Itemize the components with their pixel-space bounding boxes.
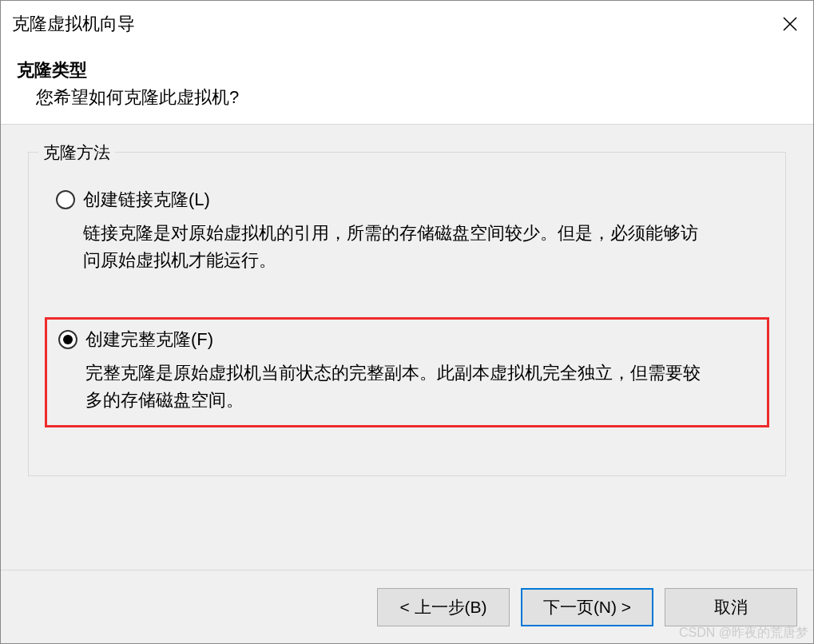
clone-wizard-dialog: 克隆虚拟机向导 克隆类型 您希望如何克隆此虚拟机? 克隆方法 创建链接克隆(L)… [0, 0, 814, 644]
radio-label: 创建链接克隆(L) [83, 188, 210, 212]
option-full-clone: 创建完整克隆(F) 完整克隆是原始虚拟机当前状态的完整副本。此副本虚拟机完全独立… [45, 317, 769, 427]
option-linked-clone: 创建链接克隆(L) 链接克隆是对原始虚拟机的引用，所需的存储磁盘空间较少。但是，… [45, 180, 769, 285]
option-description: 完整克隆是原始虚拟机当前状态的完整副本。此副本虚拟机完全独立，但需要较多的存储磁… [58, 360, 713, 414]
content-area: 克隆方法 创建链接克隆(L) 链接克隆是对原始虚拟机的引用，所需的存储磁盘空间较… [1, 125, 813, 570]
page-subtitle: 您希望如何克隆此虚拟机? [17, 85, 802, 109]
page-title: 克隆类型 [17, 58, 802, 82]
option-description: 链接克隆是对原始虚拟机的引用，所需的存储磁盘空间较少。但是，必须能够访问原始虚拟… [56, 220, 711, 274]
cancel-button[interactable]: 取消 [665, 588, 797, 626]
next-button[interactable]: 下一页(N) > [521, 588, 653, 626]
window-title: 克隆虚拟机向导 [12, 12, 135, 36]
radio-label: 创建完整克隆(F) [85, 328, 213, 352]
wizard-header: 克隆类型 您希望如何克隆此虚拟机? [1, 47, 813, 125]
radio-full-clone[interactable]: 创建完整克隆(F) [58, 328, 756, 352]
radio-icon [56, 190, 75, 209]
group-legend: 克隆方法 [38, 141, 115, 164]
close-icon [782, 16, 798, 32]
footer-bar: < 上一步(B) 下一页(N) > 取消 [1, 570, 813, 643]
radio-linked-clone[interactable]: 创建链接克隆(L) [56, 188, 758, 212]
close-button[interactable] [767, 1, 813, 47]
clone-method-group: 克隆方法 创建链接克隆(L) 链接克隆是对原始虚拟机的引用，所需的存储磁盘空间较… [28, 152, 786, 476]
titlebar: 克隆虚拟机向导 [1, 1, 813, 47]
radio-icon [58, 330, 77, 349]
back-button[interactable]: < 上一步(B) [377, 588, 510, 626]
